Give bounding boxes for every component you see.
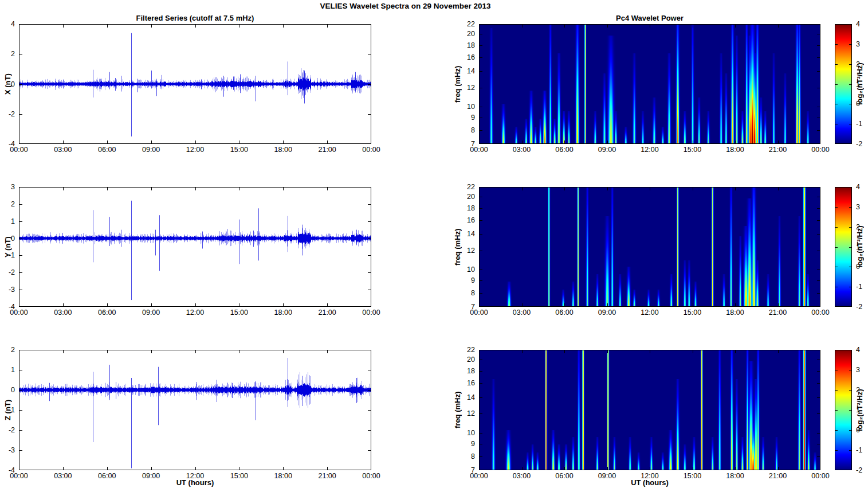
tick-label: 0	[856, 426, 860, 434]
tick-label: 20	[467, 356, 475, 364]
tick-label: 22	[467, 346, 475, 354]
tick-label: 14	[467, 67, 475, 75]
left-column-title: Filtered Series (cutoff at 7.5 mHz)	[19, 14, 371, 22]
tick-label: 2	[856, 60, 860, 68]
colorbar-y	[835, 187, 852, 307]
tick-label: 16	[467, 53, 475, 61]
tick-label: 06:00	[98, 472, 116, 480]
tick-label: 00:00	[811, 472, 829, 480]
tick-label: 06:00	[98, 309, 116, 317]
z-wavelet-spectrogram	[479, 350, 820, 470]
tick-label: 15:00	[230, 309, 248, 317]
tick-label: 14	[467, 230, 475, 238]
tick-label: 03:00	[54, 146, 72, 154]
tick-label: -4	[9, 466, 15, 474]
tick-label: 4	[856, 346, 860, 354]
tick-label: 21:00	[318, 146, 336, 154]
tick-label: 9	[471, 114, 475, 122]
tick-label: 4	[11, 20, 15, 28]
tick-label: 12:00	[186, 472, 204, 480]
colorbar-z	[835, 350, 852, 470]
tick-label: 20	[467, 30, 475, 38]
tick-label: 2	[11, 50, 15, 58]
tick-label: 9	[471, 276, 475, 284]
tick-label: 03:00	[513, 146, 531, 154]
figure-title: VELIES Wavelet Spectra on 29 November 20…	[0, 2, 811, 10]
tick-label: 2	[856, 386, 860, 394]
tick-label: -2	[9, 426, 15, 434]
tick-label: -1	[9, 251, 15, 259]
tick-label: 21:00	[769, 309, 787, 317]
tick-label: 14	[467, 393, 475, 401]
right-column-title: Pc4 Wavelet Power	[479, 14, 820, 22]
tick-label: 03:00	[54, 472, 72, 480]
tick-label: 09:00	[598, 309, 616, 317]
tick-label: 21:00	[769, 146, 787, 154]
y-wavelet-spectrogram	[479, 187, 820, 307]
tick-label: 00:00	[362, 472, 380, 480]
tick-label: -3	[9, 286, 15, 294]
tick-label: 1	[856, 406, 860, 414]
tick-label: 06:00	[98, 146, 116, 154]
tick-label: -2	[9, 268, 15, 276]
tick-label: 10	[467, 429, 475, 437]
tick-label: -2	[856, 140, 862, 148]
tick-label: 8	[471, 289, 475, 297]
tick-label: 00:00	[811, 309, 829, 317]
tick-label: -1	[9, 406, 15, 414]
tick-label: 15:00	[230, 472, 248, 480]
tick-label: 2	[11, 346, 15, 354]
tick-label: 8	[471, 126, 475, 134]
tick-label: 2	[11, 200, 15, 208]
tick-label: -2	[856, 303, 862, 311]
tick-label: 12	[467, 409, 475, 417]
ylabel-freq-y: freq (mHz)	[453, 187, 462, 307]
tick-label: 09:00	[142, 472, 160, 480]
tick-label: 1	[11, 366, 15, 374]
tick-label: 21:00	[769, 472, 787, 480]
tick-label: 10	[467, 103, 475, 111]
tick-label: 3	[856, 40, 860, 48]
tick-label: 4	[856, 183, 860, 191]
tick-label: 12	[467, 247, 475, 255]
tick-label: -1	[856, 283, 862, 291]
tick-label: 18	[467, 204, 475, 212]
tick-label: 12	[467, 84, 475, 92]
tick-label: 3	[856, 366, 860, 374]
tick-label: 7	[471, 140, 475, 148]
tick-label: -2	[856, 466, 862, 474]
tick-label: -2	[9, 110, 15, 118]
tick-label: 22	[467, 183, 475, 191]
tick-label: 09:00	[142, 146, 160, 154]
tick-label: 18:00	[274, 146, 292, 154]
x-wavelet-spectrogram	[479, 24, 820, 144]
tick-label: 0	[11, 386, 15, 394]
tick-label: 0	[11, 235, 15, 243]
tick-label: 18:00	[726, 472, 744, 480]
tick-label: 1	[11, 217, 15, 225]
tick-label: 4	[856, 20, 860, 28]
tick-label: 9	[471, 440, 475, 448]
tick-label: 18	[467, 367, 475, 375]
tick-label: 00:00	[362, 146, 380, 154]
tick-label: -3	[9, 446, 15, 454]
tick-label: 09:00	[598, 146, 616, 154]
tick-label: 0	[856, 100, 860, 108]
tick-label: 06:00	[555, 146, 573, 154]
ylabel-freq-z: freq (mHz)	[453, 350, 462, 470]
tick-label: 18	[467, 41, 475, 49]
tick-label: 15:00	[684, 472, 701, 480]
tick-label: -1	[856, 446, 862, 454]
tick-label: 1	[856, 243, 860, 251]
tick-label: 09:00	[142, 309, 160, 317]
tick-label: 18:00	[726, 309, 744, 317]
tick-label: 15:00	[230, 146, 248, 154]
tick-label: 00:00	[811, 146, 829, 154]
tick-label: 18:00	[274, 472, 292, 480]
tick-label: 12:00	[186, 309, 204, 317]
tick-label: 0	[11, 80, 15, 88]
tick-label: 7	[471, 466, 475, 474]
tick-label: 8	[471, 452, 475, 460]
tick-label: 20	[467, 193, 475, 201]
colorbar-x	[835, 24, 852, 144]
